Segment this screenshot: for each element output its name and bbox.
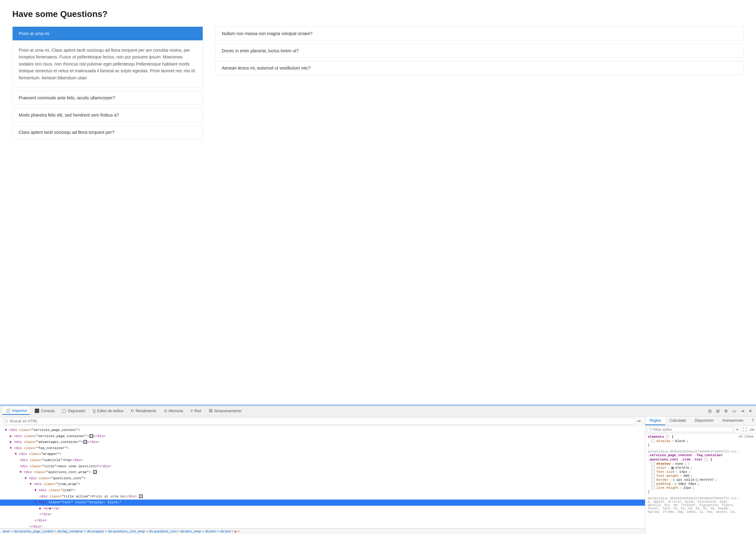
- css-add-rule-btn[interactable]: +: [735, 427, 740, 432]
- breadcrumb-item[interactable]: div.item_wrap: [180, 529, 201, 533]
- html-line[interactable]: <div class="title active">Proin at urna …: [0, 494, 645, 500]
- breadcrumb-item[interactable]: ainer: [2, 529, 10, 533]
- css-tab-t[interactable]: T: [748, 416, 756, 425]
- toolbar-right-buttons: ⊟ ⊞ ⚙ ▭ ⇥ ✕: [707, 408, 754, 414]
- css-prop-checkbox[interactable]: [651, 470, 655, 473]
- inspector-icon: ⬜: [6, 408, 11, 413]
- breadcrumb-item-active[interactable]: div.text: [220, 529, 231, 533]
- css-close-brace-2: }: [648, 490, 754, 494]
- css-selector-questions: .questions_cont .item .text {: [648, 458, 754, 461]
- faq-right-title-1[interactable]: Nullam non massa non magna volutpat orna…: [216, 27, 743, 40]
- html-line[interactable]: ▶ <div class="services_page_container">🔲…: [0, 433, 645, 440]
- tab-console[interactable]: ⬛ Consola: [31, 407, 58, 414]
- faq-item-active[interactable]: Proin at urna mi Proin at urna mi. Class…: [12, 26, 203, 88]
- css-prop-checkbox[interactable]: [651, 482, 655, 485]
- breadcrumb-item[interactable]: p: [235, 529, 237, 533]
- html-line[interactable]: ▶ <div class="advantages_container">🔲</d…: [0, 439, 645, 445]
- css-prop-display: display: block;: [651, 439, 754, 443]
- tab-memory[interactable]: ⊙ Memoria: [161, 407, 186, 414]
- responsive-btn[interactable]: ▭: [731, 408, 738, 414]
- console-icon: ⬛: [35, 409, 40, 413]
- css-close-brace: }: [648, 443, 754, 447]
- style-editor-icon: {}: [93, 409, 96, 413]
- faq-right-item-2[interactable]: Donec in enim placerat, luctus lorem ut?: [215, 44, 744, 58]
- css-prop-color: color: #7e7e7e;: [651, 466, 754, 470]
- css-prop-checkbox[interactable]: [651, 462, 655, 466]
- close-btn[interactable]: ✕: [747, 408, 754, 414]
- css-tab-rules[interactable]: Reglas: [645, 416, 665, 425]
- html-line[interactable]: ▶ <p>▶</p>: [0, 506, 645, 512]
- faq-item-title-1[interactable]: Proin at urna mi: [13, 27, 203, 40]
- tab-storage[interactable]: 🖫 Almacenamiento: [205, 407, 245, 414]
- html-line[interactable]: <div class="title">Have some Questions?<…: [0, 464, 645, 470]
- css-panel: Reglas Calculado Disposición Animaciones…: [645, 416, 756, 534]
- split-vertical-btn[interactable]: ⊞: [715, 408, 721, 414]
- faq-item-title-4[interactable]: Class aptent taciti sociosqu ad litora t…: [13, 125, 203, 139]
- html-edit-btn[interactable]: ✏: [636, 418, 642, 424]
- devtools-body: ✏ ▼ <div class="services_page_content"> …: [0, 416, 756, 534]
- tab-debugger[interactable]: ◯ Depurador: [59, 407, 89, 414]
- css-prop-checkbox[interactable]: [651, 466, 655, 469]
- html-line[interactable]: ▼ <div class="wrapper">: [0, 451, 645, 457]
- faq-item-3[interactable]: Morbi pharetra felis elit, sed hendrerit…: [12, 108, 203, 122]
- css-tab-animations[interactable]: Animaciones: [718, 416, 748, 425]
- tab-network[interactable]: ≡ Red: [187, 407, 204, 414]
- html-line[interactable]: ▼ <div class="services_page_content">: [0, 427, 645, 433]
- faq-right-column: Nullam non massa non magna volutpat orna…: [215, 26, 744, 143]
- css-rule-elemento: elemento { en línea display: block; }: [648, 435, 754, 447]
- css-selector-elements-3: footer, form, h1, h2, h3, h4, h5, h6, he…: [648, 507, 754, 510]
- split-horizontal-btn[interactable]: ⊟: [707, 408, 713, 414]
- html-line-selected[interactable]: ▼ <div class="text" style="display: bloc…: [0, 499, 645, 506]
- tab-inspector[interactable]: ⬜ Inspector: [2, 407, 30, 414]
- css-tab-computed[interactable]: Calculado: [665, 416, 690, 425]
- breadcrumb-item[interactable]: div.faq_container: [58, 529, 83, 533]
- css-tab-layout[interactable]: Disposición: [690, 416, 718, 425]
- faq-item-title-2[interactable]: Praesent commodo ante felis, iaculis ull…: [13, 91, 203, 105]
- breadcrumb-item[interactable]: div.wrapper: [87, 529, 104, 533]
- html-line[interactable]: ▼ <div class="item">: [0, 488, 645, 494]
- css-prop-checkbox[interactable]: [651, 474, 655, 477]
- faq-right-title-3[interactable]: Aenean lectus mi, euismod ut vestibulum …: [216, 61, 743, 75]
- breadcrumb-item[interactable]: div.questions_cont: [149, 529, 176, 533]
- faq-right-item-3[interactable]: Aenean lectus mi, euismod ut vestibulum …: [215, 61, 744, 75]
- css-prop-checkbox[interactable]: [651, 486, 655, 490]
- html-line[interactable]: ▼ <div class="faq_container">: [0, 445, 645, 452]
- css-tabs: Reglas Calculado Disposición Animaciones…: [645, 416, 756, 425]
- faq-right-title-2[interactable]: Donec in enim placerat, luctus lorem ut?: [216, 44, 743, 58]
- html-line[interactable]: </div>: [0, 512, 645, 518]
- html-line[interactable]: ▼ <div class="item_wrap">: [0, 481, 645, 488]
- html-line[interactable]: ▼ <div class="questions_cont_wrap"> 🔲: [0, 469, 645, 475]
- css-filter-input[interactable]: [647, 427, 734, 432]
- css-prop-line-height: line-height: 22px;: [651, 486, 754, 490]
- faq-right-item-1[interactable]: Nullam non massa non magna volutpat orna…: [215, 26, 744, 40]
- css-checkbox[interactable]: [666, 435, 669, 438]
- tab-performance[interactable]: ↻ Rendimiento: [128, 407, 159, 414]
- css-prop-checkbox[interactable]: [651, 440, 655, 443]
- debugger-icon: ◯: [62, 409, 67, 413]
- breadcrumb-item[interactable]: div.questions_cont_wrap: [108, 529, 145, 533]
- dock-btn[interactable]: ⇥: [740, 408, 745, 414]
- html-line[interactable]: <div class="subtitle">FAQ</div>: [0, 457, 645, 464]
- tab-style-editor[interactable]: {} Editor de estilos: [90, 407, 126, 414]
- html-search-input[interactable]: [2, 418, 636, 424]
- breadcrumb-item[interactable]: div.item: [205, 529, 216, 533]
- css-prop-block: display: block;: [648, 439, 754, 443]
- color-swatch-7e7e7e[interactable]: [671, 467, 674, 469]
- css-pick-element-btn[interactable]: ⛶: [741, 427, 748, 432]
- css-source-1: autoptimize_d645a31915dac6273e500cef35d4…: [648, 450, 754, 453]
- color-swatch-e7e7e7[interactable]: [696, 479, 698, 481]
- faq-layout: Proin at urna mi Proin at urna mi. Class…: [12, 26, 744, 143]
- css-content: elemento { en línea display: block; }: [645, 434, 756, 534]
- settings-btn[interactable]: ⚙: [723, 408, 729, 414]
- html-line[interactable]: ▼ <div class="questions_cont">: [0, 475, 645, 482]
- css-prop-checkbox[interactable]: [651, 478, 655, 481]
- html-line[interactable]: </div>: [0, 518, 645, 524]
- faq-item-title-3[interactable]: Morbi pharetra felis elit, sed hendrerit…: [13, 108, 203, 122]
- breadcrumb-item[interactable]: div.services_page_content: [14, 529, 54, 533]
- devtools-panel: ⬜ Inspector ⬛ Consola ◯ Depurador {} Edi…: [0, 405, 756, 534]
- css-selector-elements-4: hgroup, iframe, img, label, li, nav, obj…: [648, 510, 754, 514]
- html-line[interactable]: </div>: [0, 524, 645, 528]
- faq-item-2[interactable]: Praesent commodo ante felis, iaculis ull…: [12, 91, 203, 105]
- faq-item-4[interactable]: Class aptent taciti sociosqu ad litora t…: [12, 125, 203, 139]
- css-filter-bar: + ⛶ .cis: [645, 425, 756, 434]
